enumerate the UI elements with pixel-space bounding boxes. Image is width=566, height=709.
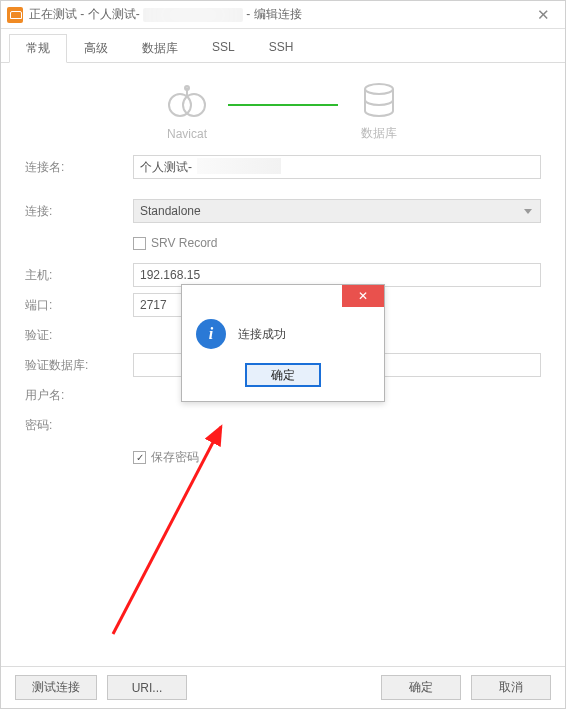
footer: 测试连接 URI... 确定 取消 [1, 666, 565, 708]
title-prefix: 正在测试 - 个人测试- [29, 7, 140, 21]
srv-checkbox[interactable] [133, 237, 146, 250]
dialog-titlebar: ✕ [182, 285, 384, 311]
conn-name-input[interactable] [133, 155, 541, 179]
connection-line [228, 104, 338, 106]
username-label: 用户名: [25, 387, 133, 404]
conn-type-select[interactable]: Standalone [133, 199, 541, 223]
host-label: 主机: [25, 267, 133, 284]
password-label: 密码: [25, 417, 133, 434]
port-label: 端口: [25, 297, 133, 314]
success-dialog: ✕ i 连接成功 确定 [181, 284, 385, 402]
uri-button[interactable]: URI... [107, 675, 187, 700]
dialog-close-button[interactable]: ✕ [342, 285, 384, 307]
database-icon [356, 81, 402, 121]
authdb-label: 验证数据库: [25, 357, 133, 374]
tab-advanced[interactable]: 高级 [67, 34, 125, 63]
info-icon: i [196, 319, 226, 349]
svg-point-3 [365, 84, 393, 94]
ok-button[interactable]: 确定 [381, 675, 461, 700]
navicat-icon [164, 83, 210, 123]
conn-name-label: 连接名: [25, 159, 133, 176]
title-suffix: - 编辑连接 [246, 7, 301, 21]
host-redacted [319, 264, 539, 284]
connection-graphic: Navicat 数据库 [1, 81, 565, 142]
dialog-ok-button[interactable]: 确定 [245, 363, 321, 387]
auth-label: 验证: [25, 327, 133, 344]
window-title: 正在测试 - 个人测试- - 编辑连接 [29, 6, 527, 23]
save-password-label: 保存密码 [151, 449, 199, 466]
edit-connection-window: 正在测试 - 个人测试- - 编辑连接 ✕ 常规 高级 数据库 SSL SSH … [0, 0, 566, 709]
titlebar: 正在测试 - 个人测试- - 编辑连接 ✕ [1, 1, 565, 29]
srv-label: SRV Record [151, 236, 217, 250]
tab-bar: 常规 高级 数据库 SSL SSH [1, 29, 565, 63]
save-password-checkbox[interactable]: ✓ [133, 451, 146, 464]
title-redacted [143, 8, 243, 22]
conn-name-redacted [197, 158, 281, 174]
dialog-message: 连接成功 [238, 326, 286, 343]
test-connection-button[interactable]: 测试连接 [15, 675, 97, 700]
app-icon [7, 7, 23, 23]
tab-ssh[interactable]: SSH [252, 34, 311, 63]
conn-type-label: 连接: [25, 203, 133, 220]
tab-database[interactable]: 数据库 [125, 34, 195, 63]
tab-ssl[interactable]: SSL [195, 34, 252, 63]
cancel-button[interactable]: 取消 [471, 675, 551, 700]
database-label: 数据库 [361, 125, 397, 142]
tab-general[interactable]: 常规 [9, 34, 67, 63]
close-icon[interactable]: ✕ [527, 6, 559, 24]
navicat-label: Navicat [167, 127, 207, 141]
